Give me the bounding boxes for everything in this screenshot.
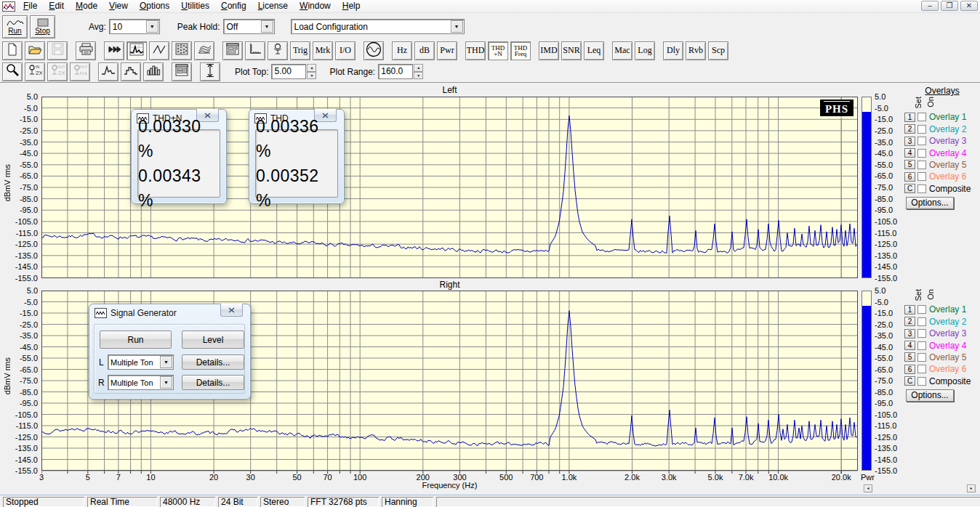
chevron-down-icon[interactable]: ▼ (160, 356, 172, 368)
leq-button[interactable]: Leq (584, 41, 604, 60)
overlay-options-button[interactable]: Options... (906, 389, 954, 402)
zoom-button[interactable] (2, 62, 23, 81)
overlay-set-button-1[interactable]: 1 (904, 305, 915, 315)
menu-file[interactable]: File (17, 0, 43, 12)
peak-hold-combo[interactable]: Off ▼ (223, 19, 275, 34)
octave-bars-button[interactable] (143, 62, 164, 81)
spectrogram-view-button[interactable] (172, 41, 192, 60)
overlay-on-checkbox-4[interactable] (917, 149, 926, 158)
overlay-options-button[interactable]: Options... (906, 197, 954, 209)
overlay-set-button-1[interactable]: 1 (904, 113, 915, 122)
overlay-set-button-5[interactable]: 5 (904, 352, 915, 362)
signal-generator-dialog[interactable]: Signal Generator Run Level L Multiple To… (89, 304, 251, 399)
print-button[interactable] (76, 41, 96, 60)
spin-up-icon[interactable]: ▲ (414, 64, 423, 72)
close-icon[interactable] (220, 304, 243, 317)
scaling-button[interactable] (245, 41, 265, 60)
spin-down-icon[interactable]: ▼ (307, 72, 316, 80)
chevron-down-icon[interactable]: ▼ (451, 20, 463, 33)
generator-left-details-button[interactable]: Details... (182, 354, 244, 370)
imd-button[interactable]: IMD (539, 41, 559, 60)
scope-button[interactable]: Scp (708, 41, 728, 60)
snr-button[interactable]: SNR (561, 41, 582, 60)
time-series-view-button[interactable] (149, 41, 169, 60)
power-units-button[interactable]: Pwr (437, 41, 457, 60)
generator-level-button[interactable]: Level (182, 330, 244, 349)
overlay-set-button-3[interactable]: 3 (904, 137, 915, 146)
delay-button[interactable]: Dly (663, 41, 683, 60)
load-configuration-combo[interactable]: Load Configuration ▼ (291, 19, 465, 34)
scrollbar-right-button[interactable]: ▸ (967, 484, 976, 492)
menu-config[interactable]: Config (215, 0, 252, 12)
overlay-set-button-4[interactable]: 4 (904, 341, 915, 350)
generator-right-waveform-combo[interactable]: Multiple Ton ▼ (108, 375, 174, 390)
menu-mode[interactable]: Mode (70, 0, 103, 12)
overlay-set-button-6[interactable]: 6 (904, 172, 915, 182)
plot-options-button[interactable] (172, 62, 192, 81)
overlay-on-checkbox-3[interactable] (917, 137, 926, 145)
overlay-on-checkbox-C[interactable] (917, 184, 926, 193)
chevron-down-icon[interactable]: ▼ (261, 20, 273, 33)
overlay-on-checkbox-1[interactable] (917, 305, 926, 314)
spin-up-icon[interactable]: ▲ (307, 64, 316, 72)
overlay-on-checkbox-C[interactable] (917, 377, 926, 386)
overlay-on-checkbox-3[interactable] (917, 329, 926, 338)
logging-button[interactable]: Log (635, 41, 655, 60)
signal-generator-button[interactable] (364, 41, 384, 60)
spin-down-icon[interactable]: ▼ (414, 72, 423, 80)
overlay-on-checkbox-6[interactable] (917, 365, 926, 373)
menu-help[interactable]: Help (337, 0, 366, 12)
control-panel-button[interactable] (222, 41, 243, 60)
generator-right-details-button[interactable]: Details... (182, 375, 244, 390)
thd-dialog[interactable]: THD 0.00336 % 0.00352 % (249, 109, 345, 204)
third-octave-button[interactable] (121, 62, 141, 81)
menu-utilities[interactable]: Utilities (175, 0, 215, 12)
new-file-button[interactable] (2, 41, 23, 60)
menu-window[interactable]: Window (294, 0, 337, 12)
overlay-set-button-C[interactable]: C (904, 184, 915, 193)
overlay-on-checkbox-4[interactable] (917, 341, 926, 350)
surface-view-button[interactable] (194, 41, 214, 60)
scrollbar-left-button[interactable]: ◂ (864, 484, 872, 492)
minimize-button[interactable]: – (921, 1, 939, 11)
avg-combo[interactable]: 10 ▼ (109, 19, 160, 34)
overlay-set-button-4[interactable]: 4 (904, 148, 915, 158)
overlay-set-button-2[interactable]: 2 (904, 317, 915, 326)
menu-options[interactable]: Options (134, 0, 175, 12)
run-button[interactable]: Run (2, 15, 28, 38)
overlay-on-checkbox-5[interactable] (917, 353, 926, 362)
plot-range-input[interactable]: 160.0 (378, 64, 413, 79)
input-output-button[interactable]: I/O (335, 41, 356, 60)
narrowband-spectrum-button[interactable] (98, 62, 119, 81)
overlay-on-checkbox-2[interactable] (917, 317, 926, 326)
menu-license[interactable]: License (252, 0, 294, 12)
plot-top-input-spinner[interactable]: ▲▼ (307, 64, 316, 79)
overlay-set-button-2[interactable]: 2 (904, 124, 915, 134)
thd-n-button[interactable]: THD+N (488, 41, 508, 60)
menu-view[interactable]: View (103, 0, 134, 12)
decibel-units-button[interactable]: dB (414, 41, 435, 60)
overlay-on-checkbox-6[interactable] (917, 172, 926, 181)
macro-button[interactable]: Mac (612, 41, 632, 60)
overlay-on-checkbox-5[interactable] (917, 161, 926, 169)
menu-edit[interactable]: Edit (43, 0, 70, 12)
trigger-button[interactable]: Trig (290, 41, 310, 60)
generator-left-waveform-combo[interactable]: Multiple Ton ▼ (108, 354, 174, 370)
chevron-down-icon[interactable]: ▼ (146, 20, 158, 33)
markers-button[interactable]: Mrk (313, 41, 333, 60)
zoom-in-2x-button[interactable]: 2XIN (25, 62, 45, 81)
reverb-button[interactable]: Rvb (686, 41, 706, 60)
close-button[interactable]: ✕ (960, 1, 978, 11)
overlay-set-button-3[interactable]: 3 (904, 329, 915, 338)
stop-button[interactable]: Stop (30, 15, 55, 38)
frequency-units-button[interactable]: Hz (392, 41, 412, 60)
thd-button[interactable]: THD (465, 41, 486, 60)
overlay-on-checkbox-1[interactable] (917, 113, 926, 121)
overlay-set-button-6[interactable]: 6 (904, 365, 915, 374)
overlay-set-button-C[interactable]: C (904, 376, 915, 386)
generator-run-button[interactable]: Run (100, 330, 172, 349)
chevron-down-icon[interactable]: ▼ (160, 376, 172, 389)
calibration-button[interactable] (268, 41, 288, 60)
plot-top-input[interactable]: 5.00 (271, 64, 306, 79)
thd-freq-button[interactable]: THDFreq (510, 41, 531, 60)
